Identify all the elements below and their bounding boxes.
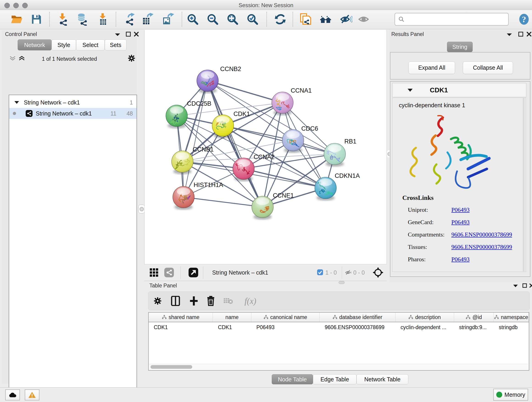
network-options-gear-icon[interactable] [127,54,136,62]
network-canvas[interactable]: CCNB2CCNA1CDC25BCDK1CDC6RB1CCNB1CCNA2CDK… [144,30,387,264]
selected-checkbox[interactable] [317,269,323,276]
network-graph[interactable]: CCNB2CCNA1CDC25BCDK1CDC6RB1CCNB1CCNA2CDK… [145,30,386,264]
expand-all-button[interactable]: Expand All [409,61,455,74]
column-header-canonical-name[interactable]: canonical name [251,313,320,322]
export-table-icon[interactable] [141,11,154,27]
network-edge[interactable] [184,197,263,207]
collapse-all-button[interactable]: Collapse All [463,61,513,74]
panel-close-icon[interactable] [134,32,139,37]
panel-float-icon[interactable] [506,33,512,36]
hide-selected-icon[interactable] [339,11,353,27]
crosslink-label: Tissues: [408,244,427,250]
column-header-name[interactable]: name [213,313,251,322]
home-networks-icon[interactable] [319,11,332,27]
save-session-icon[interactable] [30,11,43,27]
warnings-button[interactable] [25,389,39,400]
zoom-out-icon[interactable] [206,11,219,27]
tab-string[interactable]: String [447,42,473,52]
tab-node-table[interactable]: Node Table [272,374,313,384]
table-cell[interactable]: P06493 [251,324,320,331]
panel-maximize-icon[interactable] [522,283,527,288]
bottom-splitter-handle[interactable] [339,281,345,284]
zoom-in-icon[interactable] [186,11,199,27]
network-edge[interactable] [184,81,208,197]
panel-float-icon[interactable] [114,33,120,36]
network-edge[interactable] [244,169,326,188]
crosslink-link[interactable]: 9606.ENSP00000378699 [451,244,512,250]
node-table[interactable]: shared namenamecanonical namedatabase id… [148,312,529,370]
show-columns-icon[interactable] [170,295,181,306]
memory-button[interactable]: Memory [493,389,528,401]
tab-network[interactable]: Network [18,39,51,51]
refresh-icon[interactable] [273,11,287,27]
import-database-icon[interactable] [76,11,89,27]
column-network-icon [494,315,499,319]
column-header--id[interactable]: @id [454,313,494,322]
search-field[interactable] [394,13,509,26]
clear-table-icon[interactable] [222,295,234,306]
function-builder-icon[interactable]: f(x) [240,295,261,306]
table-horizontal-scrollbar[interactable] [149,364,528,370]
export-image-icon[interactable] [161,11,174,27]
view-toolbar-separator [181,266,181,279]
column-header-description[interactable]: description [395,313,454,322]
clone-network-icon[interactable] [299,11,312,27]
delete-column-trash-icon[interactable] [205,295,217,306]
crosslink-link[interactable]: 9606.ENSP00000378699 [451,231,512,238]
panel-maximize-icon[interactable] [126,32,131,37]
tree-expander-icon[interactable] [14,101,19,104]
column-header-namespace[interactable]: namespace [494,313,529,322]
add-column-icon[interactable] [188,295,200,306]
cloud-button[interactable] [5,389,20,400]
crosslink-link[interactable]: P06493 [451,219,469,226]
panel-close-icon[interactable] [526,32,532,37]
tab-select[interactable]: Select [76,39,105,51]
help-icon[interactable]: ? [517,11,531,27]
birds-eye-view-icon[interactable] [188,267,199,278]
crosslink-link[interactable]: P06493 [451,256,469,263]
current-network-name: String Network – cdk1 [212,264,268,281]
table-row[interactable]: CDK1CDK1P064939606.ENSP00000378699cyclin… [149,322,529,332]
fit-content-crosshair-icon[interactable] [373,267,384,278]
panel-close-icon[interactable] [529,283,532,288]
tab-style[interactable]: Style [51,39,76,51]
show-all-icon[interactable] [357,11,371,27]
scrollbar-thumb[interactable] [151,365,192,369]
table-cell[interactable]: stringdb:9... [454,324,494,331]
import-table-icon[interactable] [96,11,109,27]
tab-network-table[interactable]: Network Table [356,374,408,384]
tab-edge-table[interactable]: Edge Table [313,374,356,384]
control-panel-title: Control Panel [5,31,37,37]
results-scrollbar[interactable] [523,98,526,271]
table-panel-title: Table Panel [149,283,177,289]
export-network-icon[interactable] [123,11,136,27]
zoom-fit-icon[interactable] [226,11,239,27]
table-settings-gear-icon[interactable] [152,295,164,306]
left-splitter-handle[interactable] [138,205,145,213]
node-label-CDC25B: CDC25B [187,100,211,107]
network-row-selected[interactable]: String Network – cdk1 11 48 [9,108,137,119]
panel-maximize-icon[interactable] [518,32,523,37]
search-input[interactable] [407,16,504,23]
network-edge[interactable] [208,81,283,103]
section-expander-icon[interactable] [407,88,413,92]
grid-view-icon[interactable] [148,267,159,278]
open-file-icon[interactable] [10,11,23,27]
tab-sets[interactable]: Sets [105,39,127,51]
column-header-database-identifier[interactable]: database identifier [320,313,395,322]
node-label-CDKN1A: CDKN1A [335,172,360,179]
table-cell[interactable]: CDK1 [213,324,251,331]
crosslink-link[interactable]: P06493 [451,206,469,213]
table-cell[interactable]: CDK1 [149,324,213,331]
column-header-shared-name[interactable]: shared name [149,313,213,322]
zoom-selected-icon[interactable] [246,11,259,27]
table-cell[interactable]: stringdb [494,324,529,331]
panel-float-icon[interactable] [513,284,518,288]
table-cell[interactable]: cyclin-dependent ... [395,324,454,331]
gene-section-header[interactable]: CDK1 [392,83,526,97]
table-cell[interactable]: 9606.ENSP00000378699 [320,324,395,331]
network-list-icon[interactable] [164,267,175,278]
node-gloss [216,116,230,124]
import-network-icon[interactable] [56,11,69,27]
network-collection-row[interactable]: String Network – cdk1 1 [9,97,137,108]
